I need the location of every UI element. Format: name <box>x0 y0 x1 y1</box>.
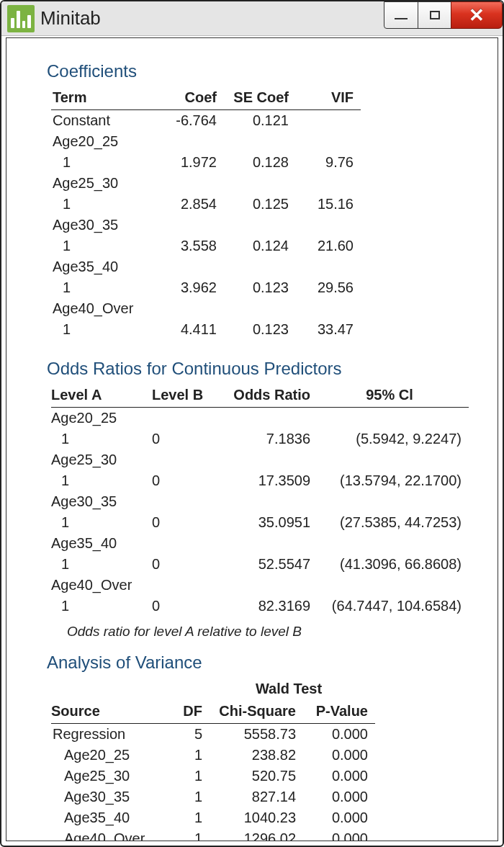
odds-heading: Odds Ratios for Continuous Predictors <box>47 359 469 379</box>
col-df: DF <box>166 699 210 724</box>
col-chi: Chi-Square <box>210 699 303 724</box>
table-row: Age40_Over11296.020.000 <box>51 828 375 841</box>
close-icon: ✕ <box>469 6 485 24</box>
table-row: Constant -6.764 0.121 <box>51 110 361 132</box>
close-button[interactable]: ✕ <box>451 1 503 29</box>
col-level-b: Level B <box>152 383 217 408</box>
maximize-button[interactable] <box>418 1 452 29</box>
table-row: Age30_35 <box>51 215 361 236</box>
odds-footnote: Odds ratio for level A relative to level… <box>67 624 469 640</box>
maximize-icon <box>430 11 440 19</box>
col-source: Source <box>51 699 166 724</box>
table-row: 14.4110.12333.47 <box>51 319 361 340</box>
table-row: 13.9620.12329.56 <box>51 277 361 298</box>
col-secoef: SE Coef <box>224 86 296 110</box>
col-coef: Coef <box>159 86 224 110</box>
table-row: 107.1836(5.5942, 9.2247) <box>51 429 469 449</box>
window-controls: ✕ <box>385 1 503 29</box>
table-row: 1035.0951(27.5385, 44.7253) <box>51 512 469 533</box>
col-vif: VIF <box>296 86 361 110</box>
table-row: 12.8540.12515.16 <box>51 194 361 215</box>
table-row: 11.9720.1289.76 <box>51 152 361 173</box>
col-pvalue: P-Value <box>303 699 375 724</box>
table-row: Age35_4011040.230.000 <box>51 807 375 828</box>
minimize-icon <box>395 17 408 19</box>
output-panel: Coefficients Term Coef SE Coef VIF Const… <box>6 37 498 841</box>
table-row: Age35_40 <box>51 533 469 554</box>
table-row: 1017.3509(13.5794, 22.1700) <box>51 470 469 491</box>
anova-heading: Analysis of Variance <box>47 653 469 673</box>
table-row: 13.5580.12421.60 <box>51 236 361 256</box>
col-term: Term <box>51 86 159 110</box>
table-row: Age40_Over <box>51 298 361 319</box>
table-row: Age25_301520.750.000 <box>51 766 375 786</box>
wald-test-header: Wald Test <box>210 677 375 699</box>
minitab-logo-icon <box>7 5 35 32</box>
table-row: 1082.3169(64.7447, 104.6584) <box>51 596 469 617</box>
table-row: Age25_30 <box>51 173 361 194</box>
table-row: Age20_25 <box>51 131 361 152</box>
table-row: Age40_Over <box>51 575 469 596</box>
table-row: Age20_251238.820.000 <box>51 745 375 766</box>
table-row: Age30_351827.140.000 <box>51 786 375 807</box>
app-window: Minitab ✕ Coefficients Term Coef SE Coef… <box>0 0 504 847</box>
minimize-button[interactable] <box>384 1 418 29</box>
table-row: Age20_25 <box>51 408 469 429</box>
anova-table: Wald Test Source DF Chi-Square P-Value R… <box>51 677 375 841</box>
app-title: Minitab <box>40 7 101 30</box>
odds-ratios-table: Level A Level B Odds Ratio 95% Cl Age20_… <box>51 383 469 617</box>
table-row: Age35_40 <box>51 256 361 277</box>
table-row: Age30_35 <box>51 491 469 512</box>
col-ci: 95% Cl <box>318 383 469 408</box>
titlebar: Minitab ✕ <box>1 1 503 36</box>
table-row: 1052.5547(41.3096, 66.8608) <box>51 554 469 575</box>
coefficients-table: Term Coef SE Coef VIF Constant -6.764 0.… <box>51 86 361 340</box>
col-odds-ratio: Odds Ratio <box>217 383 318 408</box>
table-row: Regression55558.730.000 <box>51 724 375 745</box>
col-level-a: Level A <box>51 383 152 408</box>
table-row: Age25_30 <box>51 449 469 470</box>
coefficients-heading: Coefficients <box>47 61 469 81</box>
